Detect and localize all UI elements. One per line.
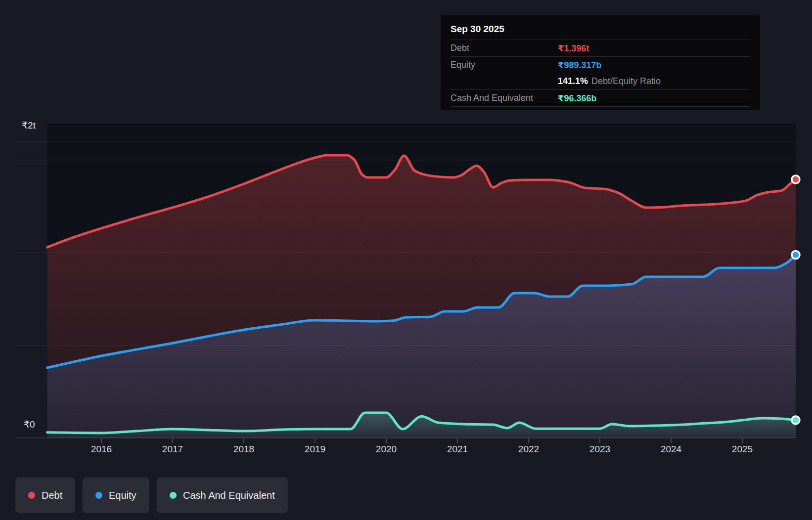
y-axis-label-zero: ₹0 <box>24 419 35 430</box>
legend-item-equity[interactable]: Equity <box>83 477 149 513</box>
legend-cash-label: Cash And Equivalent <box>183 490 275 501</box>
cash-end-dot <box>792 416 800 424</box>
chart-root: 2016201720182019202020212022202320242025… <box>0 0 812 520</box>
x-axis-label-2022: 2022 <box>518 444 539 454</box>
x-axis-label-2019: 2019 <box>305 444 325 454</box>
legend-item-debt[interactable]: Debt <box>15 477 75 513</box>
tooltip-equity-value: ₹989.317b <box>558 60 602 71</box>
tooltip-debt-value: ₹1.396t <box>558 43 589 54</box>
x-axis: 2016201720182019202020212022202320242025 <box>91 438 753 454</box>
tooltip-ratio-label: Debt/Equity Ratio <box>591 76 661 87</box>
x-axis-label-2016: 2016 <box>91 444 112 454</box>
cash-series-dot-icon <box>170 492 177 499</box>
tooltip-ratio-value: 141.1% <box>558 76 588 87</box>
debt-series-dot-icon <box>28 492 35 499</box>
x-axis-label-2020: 2020 <box>376 444 397 454</box>
tooltip-cash-value: ₹96.366b <box>558 93 597 104</box>
x-axis-label-2024: 2024 <box>661 444 682 454</box>
tooltip-equity-label: Equity <box>451 60 558 70</box>
legend-debt-label: Debt <box>42 490 62 501</box>
equity-end-dot <box>792 251 800 259</box>
tooltip-row-equity: Equity ₹989.317b <box>451 57 750 73</box>
tooltip-date: Sep 30 2025 <box>451 21 750 40</box>
legend-equity-label: Equity <box>109 490 136 501</box>
legend-item-cash[interactable]: Cash And Equivalent <box>157 477 288 513</box>
tooltip-row-ratio: 141.1% Debt/Equity Ratio <box>451 73 750 90</box>
chart-tooltip: Sep 30 2025 Debt ₹1.396t Equity ₹989.317… <box>441 15 760 110</box>
x-axis-label-2017: 2017 <box>162 444 183 454</box>
equity-series-dot-icon <box>95 492 102 499</box>
tooltip-row-debt: Debt ₹1.396t <box>451 40 750 57</box>
tooltip-debt-label: Debt <box>451 43 558 53</box>
y-axis-label-max: ₹2t <box>22 120 36 131</box>
x-axis-label-2023: 2023 <box>589 444 610 454</box>
tooltip-row-cash: Cash And Equivalent ₹96.366b <box>451 90 750 107</box>
x-axis-label-2025: 2025 <box>732 444 753 454</box>
x-axis-label-2021: 2021 <box>447 444 468 454</box>
x-axis-label-2018: 2018 <box>233 444 254 454</box>
debt-end-dot <box>792 175 800 183</box>
tooltip-cash-label: Cash And Equivalent <box>451 93 558 103</box>
